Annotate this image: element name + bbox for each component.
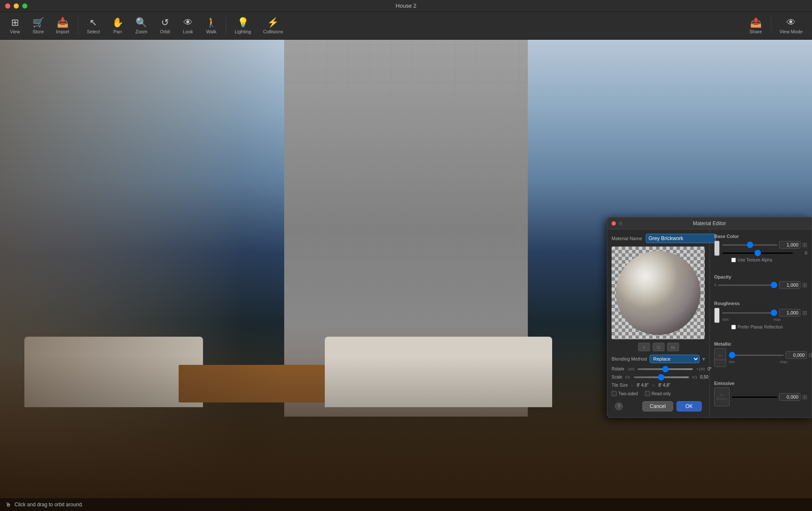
me-tile-label: Tile Size: [612, 383, 628, 388]
me-action-buttons: Cancel OK: [642, 401, 702, 411]
me-emissive-value[interactable]: [779, 393, 800, 401]
toolbar-item-label-walk: Walk: [206, 29, 216, 34]
orbit-icon: ↺: [161, 17, 169, 28]
me-emissive-row: NoTexture ⊞: [714, 388, 807, 406]
me-base-color-slider2[interactable]: [722, 253, 793, 254]
me-opacity-section: Opacity 0 ⊞: [714, 274, 807, 289]
me-opacity-value[interactable]: [779, 281, 800, 289]
me-scale-slider[interactable]: [634, 376, 689, 378]
me-base-color-section: Base Color ⊞ 0: [714, 234, 807, 262]
me-roughness-stepper[interactable]: ⊞: [802, 309, 807, 316]
toolbar-item-look[interactable]: 👁 Look: [177, 15, 199, 37]
toolbar-item-select[interactable]: ↖ Select: [82, 15, 105, 37]
me-base-color-value1[interactable]: [779, 241, 800, 249]
me-btn-sphere[interactable]: ○: [638, 343, 650, 351]
me-read-only-row[interactable]: Read only: [645, 391, 671, 396]
me-cancel-button[interactable]: Cancel: [642, 401, 673, 411]
me-tile-row: Tile Size ↔ 8' 4,8" ∞ 8' 4,8": [612, 383, 705, 388]
toolbar-item-view[interactable]: ⊞ View: [4, 15, 26, 37]
material-editor: Material Editor Material Name ○ □: [607, 217, 812, 418]
me-scale-value: 0,50: [700, 375, 708, 379]
me-base-color-swatch[interactable]: [714, 241, 720, 256]
me-emissive-stepper[interactable]: ⊞: [802, 394, 807, 400]
import-icon: 📥: [57, 17, 68, 28]
me-close-button[interactable]: [612, 221, 616, 226]
toolbar-item-pan[interactable]: ✋ Pan: [107, 15, 129, 37]
me-tile-value2: 8' 4,8": [659, 383, 671, 388]
me-metallic-slider[interactable]: [729, 355, 784, 356]
me-name-input[interactable]: [646, 234, 716, 243]
me-roughness-slider[interactable]: [722, 312, 777, 314]
toolbar-separator-1: [78, 17, 78, 34]
me-opacity-slider[interactable]: [718, 285, 777, 286]
traffic-lights[interactable]: [5, 3, 27, 9]
me-read-only-label: Read only: [652, 391, 671, 396]
me-opacity-stepper[interactable]: ⊞: [802, 282, 807, 288]
me-name-label: Material Name: [612, 236, 642, 241]
toolbar-item-zoom[interactable]: 🔍 Zoom: [130, 15, 153, 37]
me-metallic-stepper[interactable]: ⊞: [809, 352, 812, 358]
toolbar-item-share[interactable]: 📤 Share: [744, 15, 767, 37]
me-metallic-no-texture-label: NoTexture: [715, 354, 726, 361]
toolbar-item-lighting[interactable]: 💡 Lighting: [229, 15, 256, 37]
toolbar-item-walk[interactable]: 🚶 Walk: [200, 15, 222, 37]
me-btn-plane[interactable]: ▭: [667, 343, 679, 351]
toolbar-item-label-pan: Pan: [113, 29, 122, 34]
me-opacity-min-label: 0: [714, 283, 716, 287]
status-icon: 🖱: [5, 501, 11, 508]
me-blend-select[interactable]: Replace: [650, 355, 700, 363]
share-icon: 📤: [750, 17, 762, 28]
me-two-sided-checkbox[interactable]: [612, 391, 617, 396]
minimize-button[interactable]: [14, 3, 19, 9]
me-roughness-swatch[interactable]: [714, 308, 720, 323]
pan-icon: ✋: [112, 17, 124, 28]
me-read-only-checkbox[interactable]: [645, 391, 650, 396]
me-metallic-value[interactable]: [786, 351, 807, 359]
me-minimize-button[interactable]: [618, 221, 623, 226]
title-bar: House 2: [0, 0, 812, 12]
material-editor-title: Material Editor: [693, 220, 726, 226]
me-blend-dropdown-icon[interactable]: ▾: [702, 355, 705, 362]
coffee-table: [179, 365, 325, 402]
toolbar-item-label-orbit: Orbit: [160, 29, 170, 34]
toolbar-item-viewmode[interactable]: 👁 View Mode: [774, 15, 808, 37]
me-opacity-title: Opacity: [714, 274, 807, 279]
me-metallic-texture-slot[interactable]: NoTexture: [714, 348, 726, 367]
me-prefer-planar-checkbox[interactable]: [731, 325, 736, 329]
maximize-button[interactable]: [22, 3, 27, 9]
me-emissive-bar: [732, 396, 777, 398]
me-ok-button[interactable]: OK: [677, 401, 702, 411]
walk-icon: 🚶: [206, 17, 217, 28]
me-metallic-row: NoTexture ⊞ min max: [714, 348, 807, 367]
me-bottom-row: ? Cancel OK: [612, 399, 705, 413]
me-base-color-slider1[interactable]: [722, 244, 777, 246]
lighting-icon: 💡: [237, 17, 249, 28]
me-two-sided-row[interactable]: Two-sided: [612, 391, 638, 396]
me-btn-box[interactable]: □: [653, 343, 665, 351]
me-two-sided-label: Two-sided: [618, 391, 638, 396]
me-roughness-value[interactable]: [779, 309, 800, 317]
sofa-right: [325, 337, 552, 407]
me-tile-separator: ∞: [652, 383, 655, 388]
close-button[interactable]: [5, 3, 10, 9]
material-editor-titlebar: Material Editor: [607, 217, 812, 229]
me-preview-sphere: [616, 251, 700, 335]
me-emissive-texture-slot[interactable]: NoTexture: [714, 388, 730, 406]
toolbar-item-collisions[interactable]: ⚡ Collisions: [258, 15, 288, 37]
look-icon: 👁: [183, 17, 193, 28]
me-help-button[interactable]: ?: [615, 402, 623, 410]
toolbar-item-label-select: Select: [87, 29, 100, 34]
viewport[interactable]: 🖱 Click and drag to orbit around. Materi…: [0, 40, 812, 511]
toolbar-item-orbit[interactable]: ↺ Orbit: [154, 15, 176, 37]
me-rotate-slider[interactable]: [638, 368, 693, 370]
me-metallic-title: Metallic: [714, 341, 807, 347]
me-base-color-stepper[interactable]: ⊞: [802, 241, 807, 248]
toolbar-item-import[interactable]: 📥 Import: [51, 15, 74, 37]
toolbar-item-label-viewmode: View Mode: [780, 29, 803, 34]
window-title: House 2: [396, 3, 416, 9]
me-emissive-no-texture-label: NoTexture: [716, 393, 727, 401]
me-use-texture-alpha-checkbox[interactable]: [731, 258, 736, 262]
toolbar-item-store[interactable]: 🛒 Store: [27, 15, 49, 37]
me-traffic-lights[interactable]: [612, 221, 623, 226]
me-scale-max-label: 5/1: [692, 375, 698, 379]
